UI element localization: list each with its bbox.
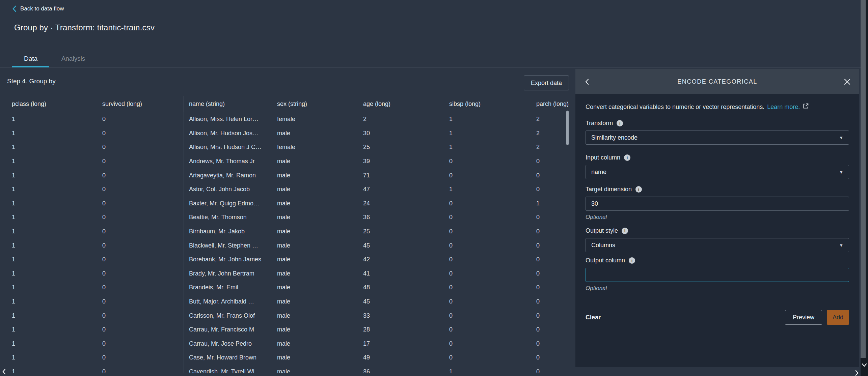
table-cell: 25: [358, 140, 444, 154]
table-cell: female: [272, 112, 358, 126]
column-header[interactable]: pclass (long): [7, 96, 97, 112]
table-cell: 33: [358, 309, 444, 323]
info-icon[interactable]: i: [617, 120, 623, 126]
table-row[interactable]: 10Brady, Mr. John Bertrammale4100: [7, 267, 571, 281]
column-header[interactable]: survived (long): [97, 96, 184, 112]
table-row[interactable]: 10Carlsson, Mr. Frans Olofmale3300: [7, 309, 571, 323]
table-cell: Allison, Miss. Helen Lor…: [184, 112, 272, 126]
back-link-label: Back to data flow: [20, 5, 64, 12]
table-row[interactable]: 10Birnbaum, Mr. Jakobmale2500: [7, 225, 571, 239]
column-header[interactable]: parch (long): [531, 96, 571, 112]
table-cell: 1: [7, 182, 97, 197]
external-link-icon[interactable]: [803, 103, 809, 111]
table-cell: Carlsson, Mr. Frans Olof: [184, 309, 272, 323]
table-cell: 30: [358, 126, 444, 141]
table-cell: 17: [358, 337, 444, 351]
table-cell: male: [272, 253, 358, 267]
tab-bar: Data Analysis: [0, 50, 868, 67]
chevron-down-icon[interactable]: [861, 363, 868, 369]
info-icon[interactable]: i: [629, 257, 635, 264]
table-row[interactable]: 10Andrews, Mr. Thomas Jrmale3900: [7, 154, 571, 169]
table-cell: 36: [358, 210, 444, 225]
table-cell: 1: [7, 337, 97, 351]
scroll-left-icon[interactable]: [2, 368, 6, 376]
table-cell: male: [272, 337, 358, 351]
tab-data[interactable]: Data: [12, 50, 49, 67]
transform-select[interactable]: Similarity encode ▼: [586, 131, 849, 145]
page-scrollbar-thumb[interactable]: [861, 0, 866, 358]
table-cell: 0: [97, 295, 184, 309]
panel-header: ENCODE CATEGORICAL: [575, 69, 859, 94]
target-dimension-input[interactable]: [586, 197, 849, 211]
table-cell: 1: [7, 295, 97, 309]
table-cell: 0: [444, 295, 531, 309]
table-row[interactable]: 10Blackwell, Mr. Stephen …male4500: [7, 238, 571, 253]
table-cell: 0: [444, 168, 531, 182]
table-cell: 0: [97, 365, 184, 373]
add-button[interactable]: Add: [827, 310, 849, 325]
table-cell: 1: [7, 154, 97, 169]
column-header[interactable]: sex (string): [272, 96, 358, 112]
table-cell: 0: [444, 351, 531, 365]
table-cell: 1: [7, 238, 97, 253]
table-cell: male: [272, 281, 358, 295]
table-cell: 1: [7, 112, 97, 126]
table-row[interactable]: 10Allison, Miss. Helen Lor…female212: [7, 112, 571, 126]
info-icon[interactable]: i: [622, 228, 628, 234]
tab-analysis[interactable]: Analysis: [49, 50, 97, 67]
table-cell: 1: [7, 197, 97, 211]
table-row[interactable]: 10Carrau, Mr. Jose Pedromale1700: [7, 337, 571, 351]
column-header[interactable]: name (string): [184, 96, 272, 112]
table-cell: male: [272, 267, 358, 281]
table-cell: 2: [531, 140, 571, 154]
table-cell: 45: [358, 238, 444, 253]
table-cell: 0: [531, 323, 571, 337]
info-icon[interactable]: i: [635, 186, 642, 193]
table-row[interactable]: 10Astor, Col. John Jacobmale4710: [7, 182, 571, 197]
table-cell: 1: [7, 126, 97, 141]
table-cell: 1: [7, 253, 97, 267]
output-column-input[interactable]: [586, 268, 849, 282]
info-icon[interactable]: i: [624, 154, 630, 161]
table-row[interactable]: 10Baxter, Mr. Quigg Edmo…male2401: [7, 197, 571, 211]
panel-back-button[interactable]: [585, 79, 589, 85]
table-cell: Beattie, Mr. Thomson: [184, 210, 272, 225]
table-cell: 1: [7, 168, 97, 182]
table-cell: 0: [531, 267, 571, 281]
table-row[interactable]: 10Artagaveytia, Mr. Ramonmale7100: [7, 168, 571, 182]
table-cell: male: [272, 168, 358, 182]
clear-button[interactable]: Clear: [586, 314, 601, 321]
table-cell: 0: [444, 225, 531, 239]
scroll-right-icon[interactable]: [855, 370, 859, 376]
preview-button[interactable]: Preview: [785, 310, 822, 325]
column-header[interactable]: age (long): [358, 96, 444, 112]
export-data-button[interactable]: Export data: [524, 76, 569, 90]
table-cell: male: [272, 182, 358, 197]
input-column-select[interactable]: name ▼: [586, 165, 849, 179]
table-row[interactable]: 10Allison, Mrs. Hudson J C…female2512: [7, 140, 571, 154]
encode-categorical-panel: ENCODE CATEGORICAL Convert categorical v…: [575, 69, 859, 367]
table-cell: 42: [358, 253, 444, 267]
table-row[interactable]: 10Allison, Mr. Hudson Jos…male3012: [7, 126, 571, 141]
table-cell: male: [272, 351, 358, 365]
table-cell: 0: [531, 365, 571, 373]
page-vertical-scrollbar[interactable]: [861, 0, 868, 376]
table-cell: male: [272, 309, 358, 323]
table-row[interactable]: 10Brandeis, Mr. Emilmale4800: [7, 281, 571, 295]
table-row[interactable]: 10Cavendish, Mr. Tyrell Wi…male3610: [7, 365, 571, 373]
table-row[interactable]: 10Carrau, Mr. Francisco Mmale2800: [7, 323, 571, 337]
output-style-select[interactable]: Columns ▼: [586, 238, 849, 252]
table-row[interactable]: 10Beattie, Mr. Thomsonmale3600: [7, 210, 571, 225]
table-row[interactable]: 10Borebank, Mr. John Jamesmale4200: [7, 253, 571, 267]
learn-more-link[interactable]: Learn more.: [767, 104, 800, 111]
column-header[interactable]: sibsp (long): [444, 96, 531, 112]
back-to-data-flow-link[interactable]: Back to data flow: [12, 5, 64, 12]
close-icon[interactable]: [844, 79, 850, 85]
table-cell: Allison, Mrs. Hudson J C…: [184, 140, 272, 154]
table-row[interactable]: 10Case, Mr. Howard Brownmale4900: [7, 351, 571, 365]
table-cell: Case, Mr. Howard Brown: [184, 351, 272, 365]
panel-title: ENCODE CATEGORICAL: [575, 78, 859, 85]
table-cell: Astor, Col. John Jacob: [184, 182, 272, 197]
table-vertical-scrollbar[interactable]: [566, 111, 569, 145]
table-row[interactable]: 10Butt, Major. Archibald …male4500: [7, 295, 571, 309]
